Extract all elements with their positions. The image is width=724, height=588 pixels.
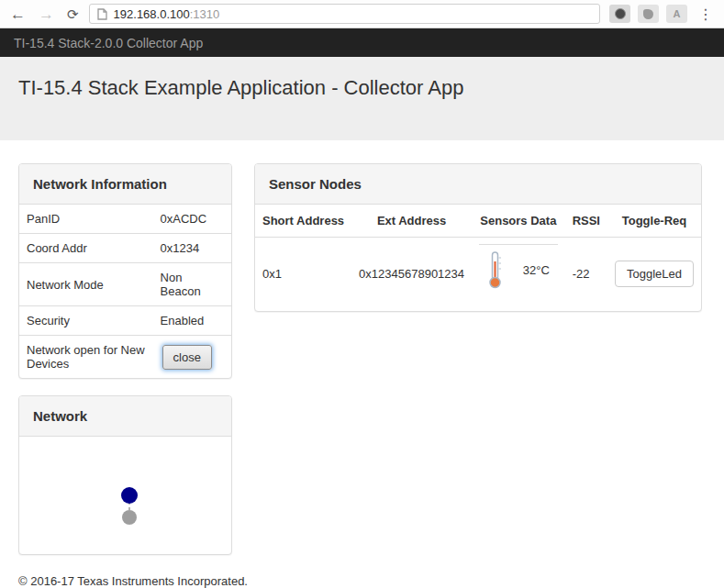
sensor-nodes-table: Short Address Ext Address Sensors Data R… xyxy=(255,205,701,311)
ext-address-cell: 0x12345678901234 xyxy=(351,238,472,311)
browser-toolbar: ← → ⟳ 192.168.0.100:1310 A ⋮ xyxy=(0,0,724,28)
info-value: 0x1234 xyxy=(153,234,231,263)
address-bar[interactable]: 192.168.0.100:1310 xyxy=(89,4,600,24)
sensor-nodes-panel: Sensor Nodes Short Address Ext Address S… xyxy=(254,163,702,312)
short-address-cell: 0x1 xyxy=(255,238,351,311)
forward-icon[interactable]: → xyxy=(36,6,57,22)
jumbotron: TI-15.4 Stack Example Application - Coll… xyxy=(0,57,724,140)
table-row: Security Enabled xyxy=(19,306,231,336)
extension-icon[interactable] xyxy=(638,5,659,23)
info-label: PanID xyxy=(19,205,153,234)
back-icon[interactable]: ← xyxy=(7,6,28,22)
page-title: TI-15.4 Stack Example Application - Coll… xyxy=(18,76,706,100)
sensor-nodes-title: Sensor Nodes xyxy=(255,164,701,205)
info-label: Network Mode xyxy=(19,263,153,306)
url-text: 192.168.0.100:1310 xyxy=(114,7,220,21)
table-row: Network open for New Devices close xyxy=(19,336,231,379)
rssi-cell: -22 xyxy=(565,238,607,311)
network-topology-canvas[interactable] xyxy=(19,437,231,554)
table-row: Network Mode Non Beacon xyxy=(19,263,231,306)
acrobat-extension-icon[interactable]: A xyxy=(666,5,687,23)
right-column: Sensor Nodes Short Address Ext Address S… xyxy=(254,163,702,312)
info-label: Security xyxy=(19,306,153,336)
adblock-extension-icon[interactable] xyxy=(609,5,630,23)
navbar-brand[interactable]: TI-15.4 Stack-2.0.0 Collector App xyxy=(14,36,203,50)
thermometer-icon xyxy=(487,250,503,289)
info-label: Network open for New Devices xyxy=(19,336,153,379)
column-header: RSSI xyxy=(565,205,607,238)
sensors-data-cell: 32°C xyxy=(472,238,565,311)
info-label: Coord Addr xyxy=(19,234,153,263)
network-information-title: Network Information xyxy=(19,164,231,205)
left-column: Network Information PanID 0xACDC Coord A… xyxy=(18,163,232,555)
table-header-row: Short Address Ext Address Sensors Data R… xyxy=(255,205,701,238)
sensor-node-icon[interactable] xyxy=(122,510,137,525)
table-row: PanID 0xACDC xyxy=(19,205,231,234)
network-graph-title: Network xyxy=(19,396,231,437)
column-header: Ext Address xyxy=(351,205,472,238)
table-row: Coord Addr 0x1234 xyxy=(19,234,231,263)
temperature-value: 32°C xyxy=(523,263,550,277)
network-information-table: PanID 0xACDC Coord Addr 0x1234 Network M… xyxy=(19,205,231,378)
sensor-row: 0x1 0x12345678901234 xyxy=(255,238,701,311)
page-icon xyxy=(97,8,107,20)
info-value: 0xACDC xyxy=(153,205,231,234)
coordinator-node-icon[interactable] xyxy=(121,487,138,504)
network-information-panel: Network Information PanID 0xACDC Coord A… xyxy=(18,163,232,379)
main-content: Network Information PanID 0xACDC Coord A… xyxy=(0,140,724,555)
network-graph-panel: Network xyxy=(18,395,232,555)
toggle-led-button[interactable]: ToggleLed xyxy=(615,261,694,287)
refresh-icon[interactable]: ⟳ xyxy=(64,7,82,21)
column-header: Short Address xyxy=(255,205,351,238)
close-network-button[interactable]: close xyxy=(162,345,212,370)
info-value: Non Beacon xyxy=(153,263,231,306)
app-navbar: TI-15.4 Stack-2.0.0 Collector App xyxy=(0,28,724,57)
info-value: Enabled xyxy=(153,306,231,336)
footer-copyright: © 2016-17 Texas Instruments Incorporated… xyxy=(0,555,724,588)
browser-menu-icon[interactable]: ⋮ xyxy=(695,6,717,23)
column-header: Sensors Data xyxy=(472,205,565,238)
column-header: Toggle-Req xyxy=(607,205,701,238)
